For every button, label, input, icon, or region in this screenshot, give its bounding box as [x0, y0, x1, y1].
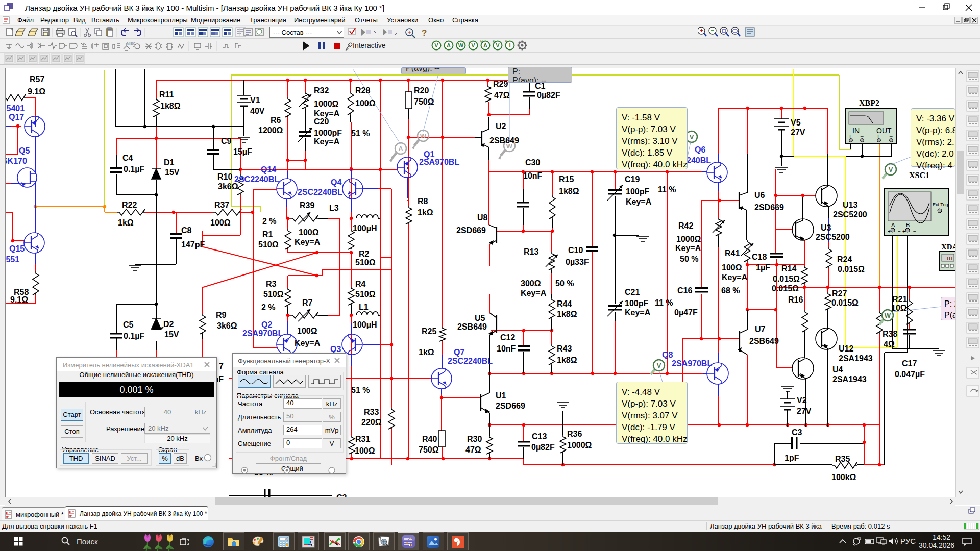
- svg-text:Key=A: Key=A: [295, 339, 321, 347]
- svg-text:D2: D2: [163, 320, 174, 329]
- svg-text:51 %: 51 %: [351, 386, 370, 394]
- svg-text:C3: C3: [792, 428, 802, 437]
- svg-text:100Ω: 100Ω: [355, 446, 375, 455]
- svg-text:U3: U3: [821, 223, 831, 232]
- svg-text:R29: R29: [493, 80, 508, 88]
- svg-text:C9: C9: [221, 137, 232, 145]
- svg-text:51 %: 51 %: [351, 129, 370, 138]
- svg-text:R40: R40: [422, 435, 437, 443]
- svg-text:R13: R13: [524, 247, 538, 256]
- svg-text:C19: C19: [625, 175, 640, 184]
- svg-text:Q2: Q2: [261, 320, 272, 329]
- svg-text:1k8Ω: 1k8Ω: [160, 102, 181, 110]
- svg-text:V: V: [496, 42, 500, 48]
- svg-text:510Ω: 510Ω: [263, 290, 284, 298]
- svg-text:V: V: [471, 42, 475, 48]
- svg-text:R8: R8: [418, 197, 428, 206]
- svg-text:R22: R22: [122, 201, 137, 209]
- svg-text:0µ82F: 0µ82F: [537, 91, 560, 99]
- svg-text:N5401: N5401: [6, 104, 24, 113]
- svg-text:100pF: 100pF: [625, 299, 648, 308]
- svg-text:750Ω: 750Ω: [414, 97, 434, 106]
- svg-text:10Ω: 10Ω: [891, 304, 907, 312]
- svg-text:R15: R15: [559, 175, 574, 184]
- svg-text:1kΩ: 1kΩ: [118, 218, 134, 227]
- svg-text:C4: C4: [122, 154, 133, 162]
- svg-text:Key=A: Key=A: [675, 244, 701, 253]
- svg-text:2SA970BL: 2SA970BL: [672, 359, 712, 368]
- svg-text:R2: R2: [359, 249, 370, 258]
- svg-text:V: V: [889, 166, 893, 173]
- svg-text:68 %: 68 %: [721, 286, 740, 295]
- svg-text:11 %: 11 %: [655, 298, 673, 307]
- svg-text:R14: R14: [781, 264, 796, 273]
- svg-text:10nF: 10nF: [497, 344, 516, 353]
- svg-text:R7: R7: [302, 298, 313, 307]
- svg-text:10nF: 10nF: [523, 171, 543, 180]
- svg-text:27V: 27V: [791, 128, 805, 137]
- svg-text:Ext Trig: Ext Trig: [933, 202, 948, 207]
- svg-text:XSC1: XSC1: [909, 171, 929, 180]
- svg-text:1µF: 1µF: [756, 263, 770, 272]
- svg-text:100pF: 100pF: [626, 187, 649, 196]
- svg-text:11 %: 11 %: [658, 185, 676, 194]
- svg-text:2SC5200: 2SC5200: [816, 233, 850, 241]
- svg-text:R6: R6: [271, 116, 281, 124]
- svg-text:A: A: [891, 222, 895, 228]
- svg-text:Key=A: Key=A: [314, 109, 340, 118]
- svg-text:Key=A: Key=A: [521, 289, 547, 297]
- svg-text:Q14: Q14: [261, 165, 276, 174]
- svg-text:0.1µF: 0.1µF: [124, 332, 144, 340]
- svg-text:100µH: 100µH: [353, 224, 377, 233]
- svg-text:R35: R35: [835, 455, 850, 463]
- svg-text:XDА: XDА: [941, 243, 956, 251]
- svg-text:R10: R10: [217, 172, 232, 181]
- svg-text:+: +: [888, 229, 891, 234]
- svg-text:V: V: [657, 362, 662, 369]
- svg-text:2SD669: 2SD669: [496, 402, 525, 410]
- svg-text:1k8Ω: 1k8Ω: [557, 310, 577, 318]
- svg-text:2SB649: 2SB649: [457, 322, 487, 331]
- svg-text:40V: 40V: [250, 107, 265, 115]
- svg-text:V2: V2: [797, 396, 807, 405]
- svg-text:0.015Ω: 0.015Ω: [838, 265, 865, 273]
- svg-text:R36: R36: [567, 430, 582, 438]
- svg-text:C21: C21: [625, 288, 640, 296]
- svg-text:V5: V5: [791, 118, 801, 127]
- svg-text:2 %: 2 %: [262, 217, 277, 226]
- svg-text:750Ω: 750Ω: [419, 445, 439, 454]
- svg-text:D1: D1: [164, 158, 175, 167]
- svg-text:C17: C17: [902, 359, 917, 368]
- svg-text:U6: U6: [754, 191, 765, 199]
- svg-text:I: I: [509, 42, 510, 48]
- svg-text:R4: R4: [355, 280, 366, 288]
- svg-text:9.1Ω: 9.1Ω: [28, 87, 45, 96]
- svg-text:2SC2240BL: 2SC2240BL: [298, 188, 342, 196]
- svg-text:100Ω: 100Ω: [722, 263, 742, 272]
- svg-text:1k8Ω: 1k8Ω: [557, 356, 577, 364]
- svg-text:R3: R3: [266, 280, 277, 288]
- svg-text:4Ω: 4Ω: [884, 340, 895, 348]
- svg-text:1000Ω: 1000Ω: [676, 235, 701, 243]
- svg-text:W: W: [420, 132, 427, 140]
- svg-text:C13: C13: [532, 432, 547, 441]
- svg-text:47Ω: 47Ω: [494, 91, 510, 99]
- svg-text:L1: L1: [359, 303, 369, 311]
- svg-text:220Ω: 220Ω: [361, 418, 382, 427]
- svg-text:V: V: [690, 133, 694, 141]
- svg-text:IN: IN: [852, 127, 860, 135]
- svg-text:+: +: [902, 229, 905, 234]
- svg-text:½: ½: [480, 40, 483, 43]
- svg-text:100Ω: 100Ω: [210, 218, 231, 227]
- svg-text:Key=A: Key=A: [625, 308, 651, 317]
- svg-text:↓: ↓: [468, 40, 470, 43]
- svg-text:−: −: [913, 229, 916, 234]
- svg-text:100Ω: 100Ω: [297, 327, 317, 335]
- svg-text:R42: R42: [678, 221, 693, 230]
- svg-text:2SA1943: 2SA1943: [839, 354, 873, 363]
- svg-text:2SK170: 2SK170: [6, 157, 27, 165]
- svg-text:R27: R27: [832, 289, 847, 298]
- svg-text:U5: U5: [475, 314, 485, 322]
- svg-text:R9: R9: [216, 311, 227, 319]
- svg-text:Q4: Q4: [331, 178, 341, 187]
